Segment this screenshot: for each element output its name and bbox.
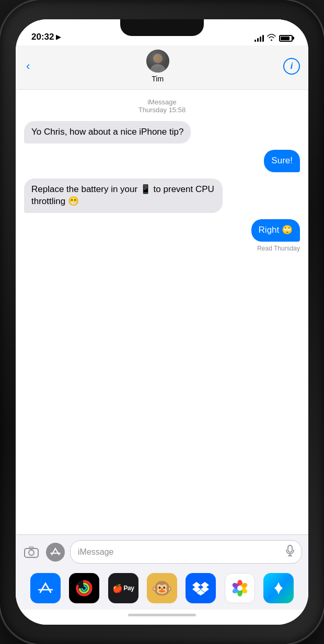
messages-area: iMessage Thursday 15:58 Yo Chris, how ab… [16,90,308,534]
status-time: 20:32 ▶ [31,32,61,42]
message-text: Replace the battery in your 📱 to prevent… [31,184,214,206]
phone-screen: 20:32 ▶ [16,19,308,625]
message-row: Yo Chris, how about a nice iPhone tip? [24,121,300,144]
status-icons [254,34,293,42]
read-receipt: Read Thursday [16,245,300,252]
monkey-dock-icon[interactable]: 🐵 [147,573,177,603]
info-button[interactable]: i [283,58,300,75]
svg-point-6 [29,550,34,555]
timestamp-label: iMessage Thursday 15:58 [16,98,308,114]
message-bubble-left: Yo Chris, how about a nice iPhone tip? [24,121,191,144]
message-row: Right 🙄 [24,219,300,242]
back-button[interactable]: ‹ [24,57,32,75]
gemini-dock-icon[interactable] [263,573,294,603]
home-indicator [16,610,308,625]
svg-point-4 [146,50,169,73]
nav-header: ‹ [16,45,308,90]
location-arrow-icon: ▶ [56,33,61,41]
service-type: iMessage [16,98,308,106]
app-store-button[interactable] [46,543,65,562]
contact-info: Tim [146,50,169,83]
apple-pay-dock-icon[interactable]: 🍎 Pay [108,573,138,603]
app-store-dock-icon[interactable] [30,573,61,603]
signal-icon [254,34,264,42]
contact-name: Tim [152,75,164,83]
message-bubble-left: Replace the battery in your 📱 to prevent… [24,178,223,213]
message-row: Replace the battery in your 📱 to prevent… [24,178,300,213]
battery-icon [279,35,293,42]
microphone-icon[interactable] [286,545,294,559]
svg-point-28 [237,586,242,591]
phone-frame: 20:32 ▶ [0,0,324,644]
message-row: Sure! [24,150,300,172]
message-text: Sure! [271,156,293,165]
battery-fill [281,37,290,40]
time-display: 20:32 [31,32,54,42]
input-placeholder: iMessage [78,547,113,557]
wifi-icon [267,34,276,42]
avatar [146,50,169,73]
message-time: Thursday 15:58 [16,106,308,114]
input-area: iMessage [16,534,308,569]
svg-rect-8 [288,545,292,552]
message-text: Yo Chris, how about a nice iPhone tip? [31,127,183,137]
message-bubble-right: Sure! [264,150,300,172]
message-bubble-right: Right 🙄 [251,219,300,242]
dropbox-dock-icon[interactable] [186,573,216,603]
message-text: Right 🙄 [259,225,293,235]
read-receipt-text: Read Thursday [257,245,300,252]
notch [120,19,204,36]
home-bar [128,614,196,616]
photos-dock-icon[interactable] [225,573,255,603]
dock-area: 🍎 Pay 🐵 [16,569,308,610]
camera-button[interactable] [22,543,41,562]
activity-dock-icon[interactable] [69,573,99,603]
message-input[interactable]: iMessage [70,540,302,564]
